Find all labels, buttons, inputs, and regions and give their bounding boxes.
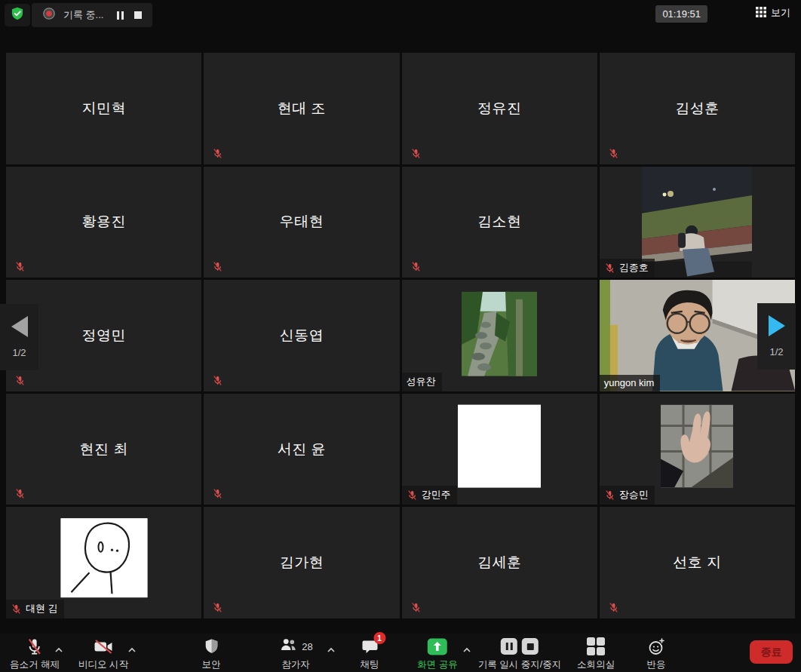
participant-tile[interactable]: 강민주 <box>402 394 597 505</box>
participant-tile[interactable]: 성유찬 <box>402 280 597 391</box>
smiley-plus-icon <box>647 636 665 657</box>
participant-tile[interactable]: 황용진 <box>6 167 201 278</box>
mic-muted-icon <box>212 261 223 272</box>
meeting-timer: 01:19:51 <box>655 5 707 23</box>
participant-tile[interactable]: 지민혁 <box>6 53 201 164</box>
participant-tile[interactable]: 우태현 <box>204 167 399 278</box>
participant-name-chip: 성유찬 <box>402 373 442 391</box>
previous-page-button[interactable]: 1/2 <box>0 304 38 370</box>
view-label: 보기 <box>771 6 790 20</box>
participant-tile[interactable]: 현진 최 <box>6 394 201 505</box>
start-video-button[interactable]: 비디오 시작 <box>78 636 128 671</box>
share-screen-button[interactable]: 화면 공유 <box>417 636 457 671</box>
view-button[interactable]: 보기 <box>756 6 790 20</box>
people-icon <box>278 636 298 657</box>
start-video-label: 비디오 시작 <box>78 658 128 671</box>
mic-muted-icon <box>410 602 422 613</box>
shield-check-icon <box>10 6 25 24</box>
mic-muted-icon <box>407 489 418 501</box>
grid-view-icon <box>756 7 766 20</box>
mic-muted-icon <box>212 488 223 499</box>
breakout-rooms-button[interactable]: 소회의실 <box>577 636 615 671</box>
next-page-arrow-icon <box>769 315 785 336</box>
participants-label: 참가자 <box>281 658 310 671</box>
mic-muted-icon <box>14 488 26 499</box>
video-options-chevron[interactable] <box>127 643 137 656</box>
unmute-button[interactable]: 음소거 해제 <box>10 636 60 671</box>
chat-label: 채팅 <box>361 658 379 671</box>
security-shield-icon <box>203 636 219 657</box>
participant-tile[interactable]: 선호 지 <box>600 507 795 618</box>
pause-recording-button-icon[interactable] <box>501 638 517 655</box>
mic-muted-icon <box>11 603 22 615</box>
mic-muted-icon <box>604 489 615 501</box>
security-label: 보안 <box>202 658 221 671</box>
end-meeting-button[interactable]: 종료 <box>750 640 793 664</box>
participant-tile[interactable]: 신동엽 <box>204 280 399 391</box>
participant-name: 현대 조 <box>204 53 399 164</box>
participant-name: 김소현 <box>402 167 597 278</box>
security-button[interactable]: 보안 <box>202 636 221 671</box>
chat-button[interactable]: 1 채팅 <box>361 636 379 671</box>
share-screen-icon <box>427 636 447 657</box>
recording-indicator: 기록 중... <box>32 3 152 27</box>
record-dot-icon <box>42 7 56 23</box>
participant-tile[interactable]: 김성훈 <box>600 53 795 164</box>
reactions-button[interactable]: 반응 <box>647 636 666 671</box>
security-shield-button[interactable] <box>5 4 30 26</box>
breakout-rooms-icon <box>587 636 605 657</box>
record-controls-label: 기록 일시 중지/중지 <box>478 658 561 671</box>
participant-name: 성유찬 <box>407 375 436 388</box>
participant-video-thumbnail <box>462 292 537 376</box>
participant-name: 우태현 <box>204 167 399 278</box>
participants-button[interactable]: 28 참가자 <box>278 636 312 671</box>
share-options-chevron[interactable] <box>462 643 471 656</box>
next-page-button[interactable]: 1/2 <box>757 303 796 370</box>
chat-bubble-icon: 1 <box>361 636 379 657</box>
participant-video-thumbnail <box>661 404 733 487</box>
breakout-rooms-label: 소회의실 <box>577 658 615 671</box>
participant-name: 강민주 <box>422 488 451 502</box>
participant-tile[interactable]: 김종호 <box>600 167 795 278</box>
top-bar: 기록 중... 01:19:51 보기 <box>0 0 801 30</box>
participant-tile[interactable]: 김소현 <box>402 167 597 278</box>
reactions-label: 반응 <box>647 658 666 671</box>
mic-muted-icon <box>608 148 619 159</box>
participant-tile[interactable]: 대현 김 <box>6 507 201 618</box>
participant-name: 김세훈 <box>402 507 597 618</box>
participant-name: 대현 김 <box>26 602 58 615</box>
participant-name: 현진 최 <box>6 394 201 505</box>
participant-video-thumbnail <box>458 404 541 487</box>
participant-tile[interactable]: 김세훈 <box>402 507 597 618</box>
stop-recording-button-icon[interactable] <box>522 638 539 655</box>
previous-page-arrow-icon <box>11 316 28 337</box>
participant-name: 지민혁 <box>6 53 201 164</box>
audio-options-chevron[interactable] <box>54 643 63 656</box>
zoom-meeting-window: 기록 중... 01:19:51 보기 지민혁현대 조정유진김성훈황용진우태현김… <box>0 0 801 672</box>
mic-muted-icon <box>410 148 422 159</box>
participant-name-chip: 강민주 <box>402 486 457 505</box>
meeting-toolbar: 음소거 해제 비디오 시작 <box>0 634 801 672</box>
mic-muted-icon <box>14 261 26 272</box>
participant-name: 김가현 <box>204 507 399 618</box>
participants-count: 28 <box>302 641 312 652</box>
recording-label: 기록 중... <box>63 8 103 22</box>
participant-name: 정유진 <box>402 53 597 164</box>
participant-tile[interactable]: 서진 윤 <box>204 394 399 505</box>
pause-recording-icon[interactable] <box>117 11 124 20</box>
participant-tile[interactable]: 김가현 <box>204 507 399 618</box>
page-indicator: 1/2 <box>12 347 26 358</box>
participant-tile[interactable]: 정유진 <box>402 53 597 164</box>
stop-recording-icon[interactable] <box>134 11 142 19</box>
mic-muted-icon <box>25 636 44 657</box>
record-controls-button[interactable]: 기록 일시 중지/중지 <box>478 636 561 671</box>
participant-name: yungon kim <box>604 377 654 388</box>
participant-name: 선호 지 <box>600 507 795 618</box>
participants-options-chevron[interactable] <box>327 643 336 656</box>
participant-name: 신동엽 <box>204 280 399 391</box>
participant-tile[interactable]: 현대 조 <box>204 53 399 164</box>
participant-name: 김성훈 <box>600 53 795 164</box>
participant-tile[interactable]: 장승민 <box>600 394 795 505</box>
unmute-label: 음소거 해제 <box>10 658 60 671</box>
mic-muted-icon <box>608 602 619 613</box>
